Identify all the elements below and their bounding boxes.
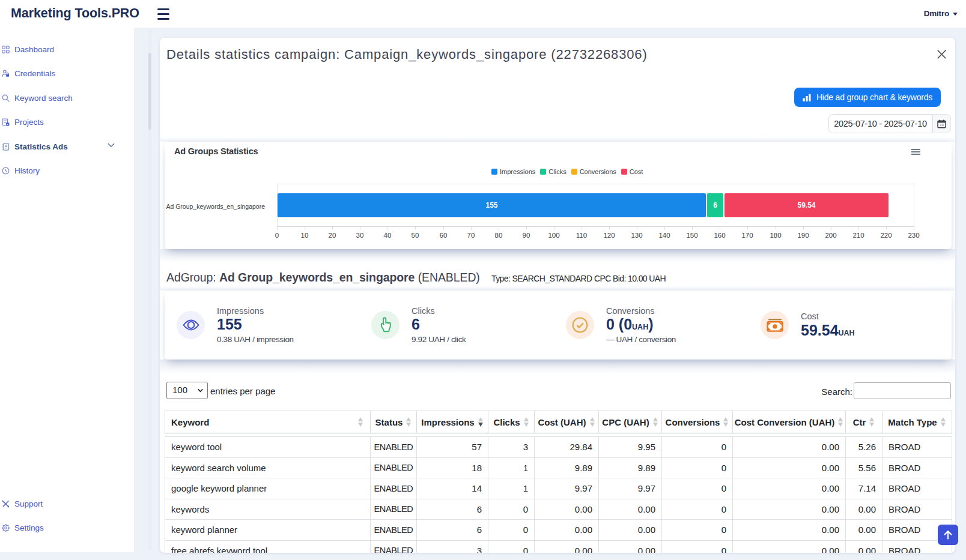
svg-text:19: 19 [940, 123, 944, 127]
